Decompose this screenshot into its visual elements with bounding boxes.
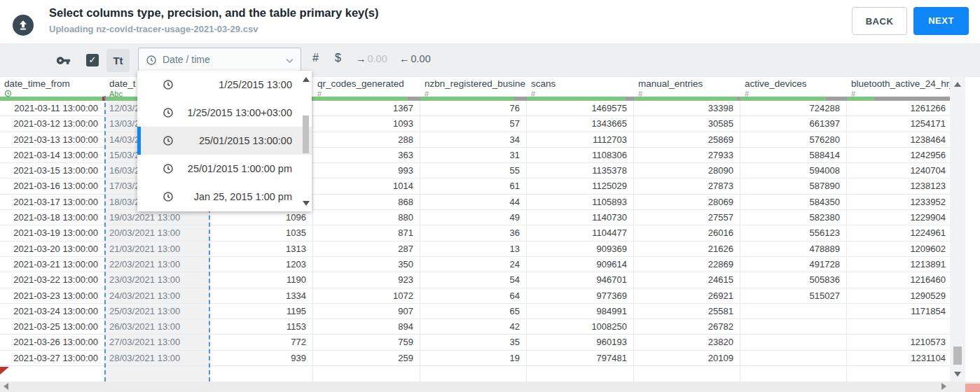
cell[interactable]: 1242956 xyxy=(847,148,950,163)
cell[interactable]: 491728 xyxy=(740,257,847,272)
cell[interactable]: 2021-03-16 13:00:00 xyxy=(0,178,105,194)
cell[interactable]: 939 xyxy=(210,351,313,366)
cell[interactable]: 588414 xyxy=(740,148,847,163)
cell[interactable]: 24615 xyxy=(634,272,740,288)
cell[interactable]: 661397 xyxy=(740,116,847,132)
cell[interactable]: 2021-03-24 13:00:00 xyxy=(0,304,105,319)
column-qr_codes_generated[interactable]: qr_codes_generated#136710932883639931014… xyxy=(313,77,420,382)
cell[interactable]: 2021-03-15 13:00:00 xyxy=(0,163,105,178)
cell[interactable]: 57 xyxy=(420,116,527,132)
cell[interactable]: 30585 xyxy=(634,116,740,132)
cell[interactable]: 960193 xyxy=(527,335,634,350)
text-type-button[interactable]: Tt xyxy=(106,49,130,72)
scroll-up-icon[interactable] xyxy=(954,82,961,87)
cell[interactable]: 2021-03-21 13:00:00 xyxy=(0,257,105,272)
cell[interactable]: 26782 xyxy=(634,319,740,335)
cell[interactable]: 478889 xyxy=(740,241,847,257)
cell[interactable]: 1343665 xyxy=(527,116,634,132)
cell[interactable]: 26/03/2021 13:00 xyxy=(105,319,210,335)
date-format-dropdown[interactable]: Date / time xyxy=(138,48,301,72)
cell[interactable]: 724288 xyxy=(740,101,847,116)
cell[interactable]: 1210573 xyxy=(847,335,950,350)
cell[interactable]: 23/03/2021 13:00 xyxy=(105,272,210,288)
dropdown-scroll-up-icon[interactable] xyxy=(303,77,310,82)
cell[interactable]: 28090 xyxy=(634,163,740,178)
cell[interactable]: 27557 xyxy=(634,210,740,225)
cell[interactable]: 582380 xyxy=(740,210,847,225)
cell[interactable]: 1203 xyxy=(210,257,313,272)
cell[interactable]: 34 xyxy=(420,132,527,148)
include-column-checkbox[interactable]: ✓ xyxy=(86,54,99,66)
cell[interactable]: 26921 xyxy=(634,288,740,304)
cell[interactable]: 909614 xyxy=(527,257,634,272)
empty-cell[interactable] xyxy=(0,366,105,382)
column-header[interactable]: bluetooth_active_24_hr_# xyxy=(847,77,950,101)
empty-cell[interactable] xyxy=(847,366,950,382)
cell[interactable]: 22/03/2021 13:00 xyxy=(105,257,210,272)
cell[interactable]: 27873 xyxy=(634,178,740,194)
cell[interactable]: 1072 xyxy=(313,288,420,304)
cell[interactable]: 2021-03-11 13:00:00 xyxy=(0,101,105,116)
vertical-scrollbar[interactable] xyxy=(950,77,965,382)
cell[interactable]: 505836 xyxy=(740,272,847,288)
cell[interactable]: 1216460 xyxy=(847,272,950,288)
cell[interactable]: 22869 xyxy=(634,257,740,272)
cell[interactable]: 2021-03-27 13:00:00 xyxy=(0,351,105,366)
cell[interactable]: 1112703 xyxy=(527,132,634,148)
cell[interactable]: 25581 xyxy=(634,304,740,319)
cell[interactable]: 2021-03-17 13:00:00 xyxy=(0,195,105,210)
cell[interactable]: 363 xyxy=(313,148,420,163)
cell[interactable]: 28/03/2021 13:00 xyxy=(105,351,210,366)
cell[interactable]: 31 xyxy=(420,148,527,163)
empty-cell[interactable] xyxy=(740,366,847,382)
primary-key-icon[interactable] xyxy=(56,53,71,71)
column-header[interactable]: nzbn_registered_busine# xyxy=(420,77,527,101)
cell[interactable]: 1233952 xyxy=(847,195,950,210)
cell[interactable]: 907 xyxy=(313,304,420,319)
cell[interactable]: 49 xyxy=(420,210,527,225)
cell[interactable]: 2021-03-18 13:00:00 xyxy=(0,210,105,225)
cell[interactable]: 977369 xyxy=(527,288,634,304)
cell[interactable]: 1240704 xyxy=(847,163,950,178)
cell[interactable] xyxy=(740,351,847,366)
column-bluetooth_active_24_hr_[interactable]: bluetooth_active_24_hr_#1261266125417112… xyxy=(847,77,950,382)
cell[interactable]: 65 xyxy=(420,304,527,319)
cell[interactable]: 27933 xyxy=(634,148,740,163)
cell[interactable]: 1014 xyxy=(313,178,420,194)
cell[interactable]: 61 xyxy=(420,178,527,194)
cell[interactable]: 20109 xyxy=(634,351,740,366)
date-format-option[interactable]: 1/25/2015 13:00+03:00 xyxy=(137,99,312,127)
cell[interactable]: 923 xyxy=(313,272,420,288)
dropdown-scrollbar[interactable] xyxy=(301,71,312,211)
empty-cell[interactable] xyxy=(210,366,313,382)
column-header[interactable]: manual_entries# xyxy=(634,77,740,101)
cell[interactable]: 28069 xyxy=(634,195,740,210)
cell[interactable]: 1224961 xyxy=(847,225,950,241)
cell[interactable]: 1108306 xyxy=(527,148,634,163)
cell[interactable]: 1238464 xyxy=(847,132,950,148)
cell[interactable] xyxy=(740,319,847,335)
cell[interactable]: 587890 xyxy=(740,178,847,194)
cell[interactable]: 1367 xyxy=(313,101,420,116)
cell[interactable]: 27/03/2021 13:00 xyxy=(105,335,210,350)
column-active_devices[interactable]: active_devices#7242886613975762805884145… xyxy=(740,77,847,382)
cell[interactable]: 76 xyxy=(420,101,527,116)
cell[interactable]: 287 xyxy=(313,241,420,257)
cell[interactable]: 1313 xyxy=(210,241,313,257)
cell[interactable]: 26016 xyxy=(634,225,740,241)
cell[interactable]: 797481 xyxy=(527,351,634,366)
cell[interactable]: 946701 xyxy=(527,272,634,288)
cell[interactable]: 1213891 xyxy=(847,257,950,272)
cell[interactable]: 2021-03-26 13:00:00 xyxy=(0,335,105,350)
column-header[interactable]: active_devices# xyxy=(740,77,847,101)
cell[interactable]: 584350 xyxy=(740,195,847,210)
cell[interactable]: 576280 xyxy=(740,132,847,148)
cell[interactable]: 1231104 xyxy=(847,351,950,366)
cell[interactable]: 1190 xyxy=(210,272,313,288)
next-button[interactable]: NEXT xyxy=(913,7,969,35)
cell[interactable]: 1008250 xyxy=(527,319,634,335)
cell[interactable]: 556123 xyxy=(740,225,847,241)
dropdown-scroll-down-icon[interactable] xyxy=(303,201,310,206)
increase-decimals-button[interactable]: ←0.00 xyxy=(399,53,431,64)
cell[interactable]: 350 xyxy=(313,257,420,272)
